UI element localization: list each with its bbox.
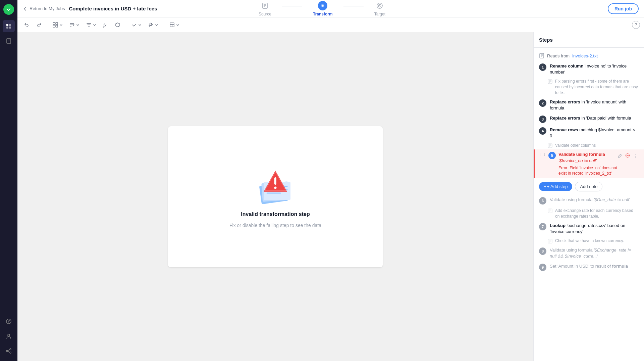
nav-connector-1: [282, 6, 302, 6]
step-4-row: 4 Remove rows matching $Invoice_amount <…: [534, 125, 644, 141]
svg-rect-26: [56, 22, 58, 25]
run-job-button[interactable]: Run job: [608, 3, 639, 14]
sidebar-item-help[interactable]: [3, 315, 15, 327]
help-icon: ?: [635, 22, 637, 27]
toolbar-sep-1: [47, 21, 47, 28]
error-title: Invalid transformation step: [241, 211, 310, 217]
target-step-label: Target: [374, 12, 385, 16]
svg-rect-45: [274, 177, 276, 185]
step-5-content: Validate using formula '$Invoice_no != n…: [558, 151, 617, 176]
toolbar-sep-3: [164, 21, 164, 28]
schema-button[interactable]: [112, 21, 123, 29]
svg-rect-2: [9, 24, 11, 26]
step-9-number: 9: [539, 264, 546, 271]
nav-step-target[interactable]: Target: [364, 0, 396, 19]
step-9-detail: formula: [612, 264, 628, 269]
svg-rect-3: [6, 27, 8, 29]
step-5-error: Error: Field 'Invoice_no' does not exist…: [558, 165, 617, 177]
left-sidebar: [0, 0, 17, 361]
step-6-number: 6: [539, 197, 546, 205]
step-6-formula: '$Due_date != null': [594, 197, 630, 202]
reads-from-label: Reads from: [547, 53, 570, 58]
step-5-disable-button[interactable]: [625, 152, 631, 160]
svg-rect-28: [56, 25, 58, 27]
toolbar: fx ?: [17, 17, 644, 32]
wrench-button[interactable]: [146, 21, 161, 29]
formula-button[interactable]: fx: [100, 21, 111, 29]
right-panel: Steps Reads from invoices-2.txt 1: [533, 32, 644, 361]
note-exchange-text: Add exchange rate for each currency base…: [555, 208, 639, 219]
svg-rect-25: [53, 22, 55, 25]
nav-connector-2: [343, 6, 364, 6]
add-step-label: + Add step: [547, 184, 568, 189]
error-subtitle: Fix or disable the failing step to see t…: [229, 223, 321, 228]
canvas-area: Invalid transformation step Fix or disab…: [17, 32, 533, 361]
step-8-row: 8 Validate using formula '$Exchange_rate…: [534, 245, 644, 261]
app-logo[interactable]: [3, 4, 14, 15]
add-step-area: + + Add step Add note: [534, 178, 644, 195]
step-5-edit-button[interactable]: [617, 152, 623, 160]
sidebar-item-share[interactable]: [3, 345, 15, 357]
note-exchange-icon: [548, 209, 552, 213]
header-left: Return to My Jobs Complete invoices in U…: [23, 6, 157, 11]
step-9-row: 9 Set 'Amount in USD' to result of formu…: [534, 261, 644, 273]
note-validate-text: Validate other columns: [555, 143, 596, 148]
view-button[interactable]: [50, 21, 65, 29]
toolbar-sep-2: [126, 21, 126, 28]
step-1-action: Rename column: [550, 63, 583, 69]
svg-point-46: [274, 186, 277, 189]
svg-line-15: [8, 350, 10, 351]
reads-from-row: Reads from invoices-2.txt: [534, 50, 644, 61]
return-link[interactable]: Return to My Jobs: [23, 6, 65, 11]
return-label: Return to My Jobs: [30, 6, 65, 11]
step-8-content: Validate using formula '$Exchange_rate !…: [550, 247, 639, 259]
step-6-content: Validate using formula '$Due_date != nul…: [550, 197, 639, 203]
step-5-number: 5: [548, 152, 556, 159]
nav-step-transform[interactable]: Transform: [302, 0, 343, 19]
step-1-number: 1: [539, 63, 546, 71]
add-step-button[interactable]: + + Add step: [539, 182, 572, 191]
step-7-content: Lookup 'exchange-rates.csv' based on 'In…: [550, 223, 639, 235]
filter-button[interactable]: [84, 21, 99, 29]
nav-step-source[interactable]: Source: [248, 0, 282, 19]
step-2-content: Replace errors in 'Invoice amount' with …: [550, 99, 639, 111]
nav-steps: Source Transform: [248, 0, 396, 19]
note-validate: Validate other columns: [534, 141, 644, 150]
layout-button[interactable]: [167, 21, 182, 29]
redo-button[interactable]: [34, 21, 44, 29]
step-2-number: 2: [539, 99, 546, 107]
note-1-text: Fix parsing errors first - some of them …: [555, 79, 639, 95]
step-5-more-button[interactable]: ⋮: [632, 152, 639, 160]
step-3-content: Replace errors in 'Date paid' with formu…: [550, 115, 639, 121]
steps-list: Reads from invoices-2.txt 1 Rename colum…: [534, 48, 644, 361]
step-2-row: 2 Replace errors in 'Invoice amount' wit…: [534, 97, 644, 113]
svg-point-14: [10, 352, 11, 353]
sort-button[interactable]: [67, 21, 82, 29]
undo-button[interactable]: [21, 21, 32, 29]
step-1-row: 1 Rename column 'Invoice no' to 'invoice…: [534, 61, 644, 77]
step-4-action: Remove rows: [550, 127, 578, 132]
reads-from-file-link[interactable]: invoices-2.txt: [572, 53, 598, 58]
step-6-action: Validate using formula: [550, 197, 593, 202]
svg-point-0: [6, 7, 11, 12]
validate-button[interactable]: [129, 21, 144, 29]
step-7-row: 7 Lookup 'exchange-rates.csv' based on '…: [534, 221, 644, 237]
job-title: Complete invoices in USD + late fees: [69, 6, 157, 11]
step-2-action: Replace errors: [550, 99, 580, 104]
step-7-action: Lookup: [550, 223, 566, 228]
step-5-actions: ⋮: [617, 152, 639, 160]
transform-step-icon: [318, 1, 327, 10]
add-step-plus: +: [544, 184, 546, 189]
sidebar-item-jobs[interactable]: [3, 20, 15, 32]
sidebar-item-docs[interactable]: [3, 35, 15, 47]
note-currency: Check that we have a known currency.: [534, 237, 644, 245]
svg-rect-4: [9, 27, 11, 29]
help-button[interactable]: ?: [632, 21, 640, 29]
transform-step-label: Transform: [313, 12, 333, 16]
reads-from-icon: [539, 53, 544, 58]
add-note-button[interactable]: Add note: [575, 182, 602, 191]
source-step-label: Source: [259, 12, 271, 16]
step-7-number: 7: [539, 223, 546, 230]
svg-point-11: [8, 334, 10, 336]
sidebar-item-user[interactable]: [3, 330, 15, 342]
